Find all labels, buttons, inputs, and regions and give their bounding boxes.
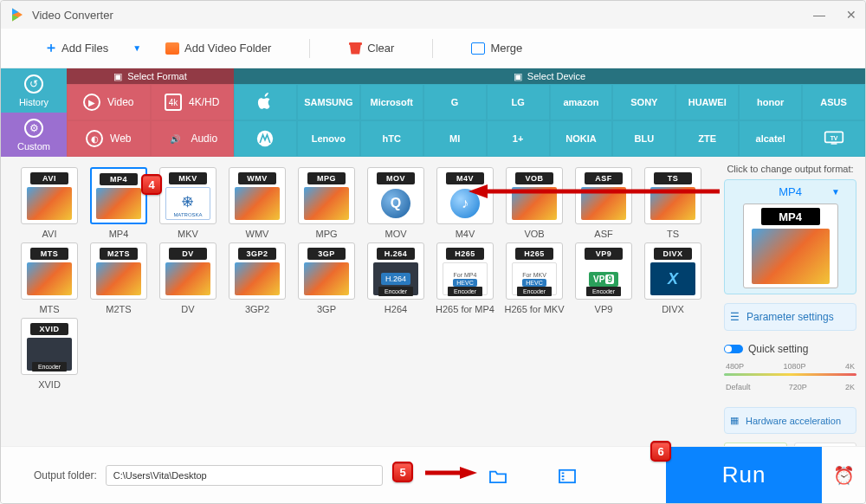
format-label: H264 bbox=[385, 304, 407, 314]
format-wmv[interactable]: WMVWMV bbox=[224, 167, 290, 239]
svg-marker-8 bbox=[460, 467, 477, 479]
custom-tab[interactable]: ⚙ Custom bbox=[1, 113, 67, 157]
format-label: M2TS bbox=[106, 304, 131, 314]
device-r1-4[interactable]: LG bbox=[487, 84, 550, 120]
device-r2-4[interactable]: 1+ bbox=[487, 120, 550, 157]
format-mov[interactable]: MOVQMOV bbox=[363, 167, 429, 239]
device-r2-3[interactable]: MI bbox=[423, 120, 487, 157]
format-dropdown-icon[interactable]: ▼ bbox=[831, 187, 840, 197]
device-r2-7[interactable]: ZTE bbox=[675, 120, 739, 157]
quality-slider[interactable] bbox=[724, 373, 856, 376]
format-mkv[interactable]: MKV⎈MATROSKAMKV bbox=[155, 167, 221, 239]
device-r2-2[interactable]: hTC bbox=[360, 120, 423, 157]
format-h265mkv[interactable]: H265For MKVHEVCEncoderH265 for MKV bbox=[501, 242, 567, 314]
format-thumb-image bbox=[96, 262, 141, 295]
history-icon: ↺ bbox=[24, 74, 43, 94]
device-r1-3[interactable]: G bbox=[423, 84, 487, 120]
parameter-settings-button[interactable]: ☰ Parameter settings bbox=[724, 303, 856, 331]
browse-folder-icon[interactable] bbox=[488, 468, 506, 482]
open-editor-icon[interactable] bbox=[558, 468, 575, 482]
parameter-settings-label: Parameter settings bbox=[746, 311, 834, 323]
close-button[interactable]: ✕ bbox=[846, 8, 856, 22]
device-r2-9[interactable]: TV bbox=[802, 120, 865, 157]
add-files-button[interactable]: ＋ Add Files bbox=[37, 36, 115, 61]
format-dv[interactable]: DVDV bbox=[155, 242, 221, 314]
device-r2-5[interactable]: NOKIA bbox=[550, 120, 613, 157]
category-4k-label: 4K/HD bbox=[189, 96, 219, 108]
format-3gp2[interactable]: 3GP23GP2 bbox=[224, 242, 290, 314]
category-web[interactable]: ◐Web bbox=[67, 120, 151, 157]
format-label: H265 for MP4 bbox=[436, 304, 494, 314]
device-r1-0[interactable] bbox=[234, 84, 297, 120]
output-format-preview[interactable]: ▼ MP4 MP4 bbox=[724, 179, 856, 294]
format-top-label: MKV bbox=[169, 172, 207, 184]
format-mpg[interactable]: MPGMPG bbox=[294, 167, 359, 239]
device-r2-1[interactable]: Lenovo bbox=[297, 120, 360, 157]
hw-label: Hardware acceleration bbox=[746, 416, 841, 426]
category-video[interactable]: ▶Video bbox=[67, 84, 151, 120]
quick-setting-toggle[interactable] bbox=[724, 345, 743, 353]
device-r2-8[interactable]: alcatel bbox=[739, 120, 802, 157]
add-files-label: Add Files bbox=[61, 42, 108, 55]
format-ts[interactable]: TSTS bbox=[640, 167, 706, 239]
category-4k[interactable]: 4k4K/HD bbox=[151, 84, 235, 120]
format-thumbnail-top: MP4 bbox=[761, 208, 820, 225]
encoder-badge: Encoder bbox=[378, 287, 413, 296]
format-m2ts[interactable]: M2TSM2TS bbox=[86, 242, 152, 314]
format-top-label: WMV bbox=[238, 172, 276, 184]
category-audio[interactable]: 🔊Audio bbox=[151, 120, 235, 157]
device-r1-9[interactable]: ASUS bbox=[802, 84, 865, 120]
format-top-label: M2TS bbox=[100, 248, 138, 260]
output-folder-input[interactable] bbox=[106, 465, 383, 486]
device-r2-0[interactable] bbox=[234, 120, 297, 157]
speaker-icon: 🔊 bbox=[166, 130, 184, 147]
format-m4v[interactable]: M4V♪M4V bbox=[432, 167, 498, 239]
format-h265mp4[interactable]: H265For MP4HEVCEncoderH265 for MP4 bbox=[432, 242, 498, 314]
format-mts[interactable]: MTSMTS bbox=[16, 242, 82, 314]
schedule-icon[interactable]: ⏰ bbox=[822, 465, 865, 486]
svg-marker-6 bbox=[469, 184, 488, 198]
format-avi[interactable]: AVIAVI bbox=[16, 167, 82, 239]
format-label: 3GP bbox=[317, 304, 336, 314]
format-top-label: 3GP bbox=[307, 248, 346, 260]
device-r1-1[interactable]: SAMSUNG bbox=[297, 84, 360, 120]
select-device-header: ▣ Select Device bbox=[234, 68, 865, 84]
format-3gp[interactable]: 3GP3GP bbox=[294, 242, 359, 314]
run-button[interactable]: Run bbox=[666, 447, 822, 504]
add-files-dropdown-icon[interactable]: ▼ bbox=[132, 43, 141, 53]
format-xvid[interactable]: XVIDEncoderXVID bbox=[16, 318, 82, 390]
device-r1-5[interactable]: amazon bbox=[550, 84, 613, 120]
merge-button[interactable]: Merge bbox=[464, 38, 529, 58]
device-r1-7[interactable]: HUAWEI bbox=[675, 84, 739, 120]
minimize-button[interactable]: — bbox=[813, 8, 825, 22]
chrome-icon: ◐ bbox=[86, 130, 103, 147]
add-folder-label: Add Video Folder bbox=[184, 42, 271, 55]
format-top-label: MTS bbox=[30, 248, 68, 260]
format-top-label: MP4 bbox=[100, 173, 138, 185]
clear-button[interactable]: Clear bbox=[341, 38, 401, 58]
sliders-icon: ☰ bbox=[730, 311, 740, 323]
titlebar: Video Converter — ✕ bbox=[1, 1, 865, 29]
format-label: MPG bbox=[315, 229, 337, 239]
format-h264[interactable]: H.264H.264EncoderH264 bbox=[363, 242, 429, 314]
format-divx[interactable]: DIVXXDIVX bbox=[640, 242, 706, 314]
device-header-icon: ▣ bbox=[514, 71, 522, 82]
device-r1-8[interactable]: honor bbox=[739, 84, 802, 120]
format-asf[interactable]: ASFASF bbox=[571, 167, 637, 239]
format-label: TS bbox=[667, 229, 679, 239]
format-vob[interactable]: VOBVOB bbox=[501, 167, 567, 239]
add-video-folder-button[interactable]: Add Video Folder bbox=[158, 38, 278, 58]
format-header-icon: ▣ bbox=[113, 71, 122, 82]
history-tab[interactable]: ↺ History bbox=[1, 68, 67, 113]
current-format-label: MP4 bbox=[779, 185, 802, 198]
folder-icon bbox=[165, 42, 179, 55]
device-r1-6[interactable]: SONY bbox=[612, 84, 675, 120]
device-r1-2[interactable]: Microsoft bbox=[360, 84, 423, 120]
format-label: M4V bbox=[456, 229, 475, 239]
format-top-label: XVID bbox=[30, 323, 68, 335]
device-r2-6[interactable]: BLU bbox=[612, 120, 675, 157]
format-vp9[interactable]: VP9VP9EncoderVP9 bbox=[571, 242, 637, 314]
format-top-label: H265 bbox=[515, 248, 553, 260]
change-format-hint: Click to change output format: bbox=[724, 164, 856, 174]
hardware-acceleration-button[interactable]: ▦ Hardware acceleration bbox=[724, 407, 856, 434]
